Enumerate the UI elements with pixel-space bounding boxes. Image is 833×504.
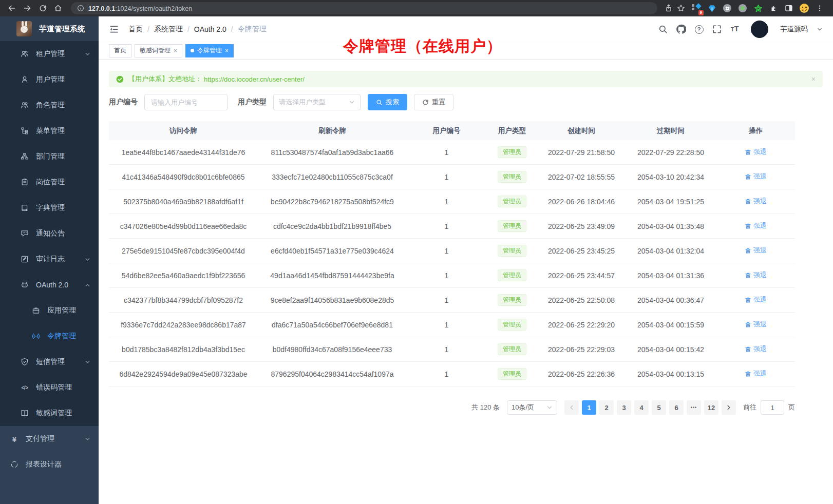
header-search-button[interactable]	[658, 24, 668, 34]
sidebar-item-dept[interactable]: 部门管理	[0, 144, 99, 169]
success-check-icon	[116, 75, 124, 83]
breadcrumb-system[interactable]: 系统管理	[154, 25, 183, 34]
username[interactable]: 芋道源码	[780, 25, 808, 34]
extension-tabs-icon[interactable]: 9	[691, 3, 702, 13]
sidebar: 芋道管理系统 租户管理 用户管理 角色管理 菜单管理 部门管理	[0, 16, 99, 504]
profile-avatar[interactable]	[799, 3, 809, 13]
sidebar-item-audit-log[interactable]: 审计日志	[0, 246, 99, 272]
sidebar-fold-button[interactable]	[109, 24, 119, 34]
close-icon[interactable]: ×	[174, 48, 177, 54]
force-logout-button[interactable]: 强退	[745, 147, 767, 157]
sidebar-item-report-designer[interactable]: 报表设计器	[0, 452, 99, 477]
url-bar[interactable]: 127.0.0.1:1024/system/oauth2/token	[71, 2, 657, 14]
refresh-icon	[422, 99, 429, 106]
page-button[interactable]: 4	[634, 400, 649, 415]
tab-token[interactable]: 令牌管理×	[185, 44, 234, 57]
tab-home[interactable]: 首页	[109, 44, 131, 57]
sidebar-item-menu[interactable]: 菜单管理	[0, 118, 99, 144]
sidebar-item-oauth2[interactable]: OAuth 2.0	[0, 272, 99, 298]
more-pages-button[interactable]: •••	[687, 400, 701, 415]
app-logo[interactable]: 芋道管理系统	[0, 16, 99, 41]
home-button[interactable]	[51, 2, 65, 15]
fullscreen-icon	[712, 25, 722, 34]
users-icon	[21, 50, 29, 58]
table-row: 41c41346a548490f9dc8b01c6bfe0865333ecfc7…	[109, 165, 795, 189]
sidebar-item-sensitive-word[interactable]: 敏感词管理	[0, 400, 99, 426]
url-text: 127.0.0.1:1024/system/oauth2/token	[88, 4, 192, 13]
sidebar-item-oauth2-token[interactable]: 令牌管理	[0, 323, 99, 349]
sidebar-item-tenant[interactable]: 租户管理	[0, 41, 99, 67]
trash-icon	[745, 223, 751, 229]
trash-icon	[745, 149, 751, 156]
sidebar-item-payment[interactable]: ¥ 支付管理	[0, 426, 99, 452]
back-button[interactable]	[5, 2, 18, 15]
sidebar-item-oauth2-app[interactable]: 应用管理	[0, 298, 99, 323]
close-icon[interactable]: ×	[225, 48, 229, 54]
breadcrumb-oauth2[interactable]: OAuth 2.0	[194, 25, 226, 33]
sidebar-item-post[interactable]: 岗位管理	[0, 169, 99, 195]
search-button[interactable]: 搜索	[368, 94, 407, 110]
force-logout-button[interactable]: 强退	[745, 221, 767, 230]
trash-icon	[745, 272, 751, 279]
force-logout-button[interactable]: 强退	[745, 320, 767, 329]
breadcrumb-home[interactable]: 首页	[128, 25, 143, 34]
force-logout-button[interactable]: 强退	[745, 270, 767, 280]
next-page-button[interactable]	[722, 400, 736, 415]
goto-page-input[interactable]	[761, 400, 784, 415]
green-star-icon	[754, 4, 763, 13]
user-id-input[interactable]	[144, 94, 228, 110]
page-size-select[interactable]: 10条/页	[507, 400, 557, 415]
page-button[interactable]: 2	[599, 400, 614, 415]
reload-button[interactable]	[36, 2, 49, 15]
alert-close-icon[interactable]: ×	[811, 75, 816, 83]
prev-page-button[interactable]	[564, 400, 579, 415]
search-icon	[658, 25, 668, 34]
page-button[interactable]: 6	[669, 400, 684, 415]
force-logout-button[interactable]: 强退	[745, 295, 767, 304]
force-logout-button[interactable]: 强退	[745, 172, 767, 181]
force-logout-button[interactable]: 强退	[745, 344, 767, 354]
extensions-puzzle-button[interactable]	[768, 3, 779, 13]
force-logout-button[interactable]: 强退	[745, 197, 767, 206]
sidebar-item-dict[interactable]: 字典管理	[0, 195, 99, 221]
font-size-button[interactable]: TT	[730, 24, 740, 34]
puzzle-icon	[769, 4, 778, 12]
user-type-select[interactable]: 请选择用户类型	[273, 94, 361, 110]
chevron-up-icon	[85, 282, 90, 288]
user-avatar[interactable]	[751, 21, 768, 38]
page-button[interactable]: 12	[704, 400, 718, 415]
page-button[interactable]: 5	[652, 400, 666, 415]
sidebar-item-role[interactable]: 角色管理	[0, 92, 99, 118]
site-info-icon	[77, 5, 84, 12]
back-icon	[8, 4, 16, 12]
force-logout-button[interactable]: 强退	[745, 246, 767, 255]
extension-star-icon[interactable]	[753, 3, 763, 13]
bookmark-button[interactable]	[676, 3, 686, 13]
browser-menu-button[interactable]	[815, 3, 825, 13]
fullscreen-button[interactable]	[712, 24, 722, 34]
users-icon	[21, 101, 29, 109]
sidebar-item-user[interactable]: 用户管理	[0, 67, 99, 92]
tab-sensitive-word[interactable]: 敏感词管理×	[135, 44, 182, 57]
extension-gem-icon[interactable]	[707, 3, 717, 13]
sidebar-toggle-button[interactable]	[784, 3, 794, 13]
sidebar-item-error-code[interactable]: </> 错误码管理	[0, 375, 99, 400]
chevron-down-icon	[349, 99, 355, 105]
forward-button[interactable]	[21, 2, 34, 15]
help-button[interactable]: ?	[694, 24, 704, 34]
share-button[interactable]	[664, 3, 674, 13]
force-logout-button[interactable]: 强退	[745, 369, 767, 378]
sidebar-item-sms[interactable]: 短信管理	[0, 349, 99, 375]
user-icon	[21, 75, 29, 84]
reset-button[interactable]: 重置	[414, 94, 453, 110]
sidebar-item-notice[interactable]: 通知公告	[0, 221, 99, 246]
page-button[interactable]: 1	[582, 400, 596, 415]
doc-link[interactable]: https://doc.iocoder.cn/user-center/	[204, 75, 305, 83]
extension-cmd-icon[interactable]	[722, 3, 732, 13]
goto-page: 前往 页	[743, 400, 795, 415]
table-row: c342377bf8b344799dcbf7bf095287f29ce8ef2a…	[109, 288, 795, 313]
page-button[interactable]: 3	[617, 400, 631, 415]
github-button[interactable]	[676, 24, 686, 34]
extension-record-icon[interactable]	[737, 3, 748, 13]
table-row: c347026e805e4d99b0d116eae66eda8ccdfc4ce9…	[109, 214, 795, 239]
